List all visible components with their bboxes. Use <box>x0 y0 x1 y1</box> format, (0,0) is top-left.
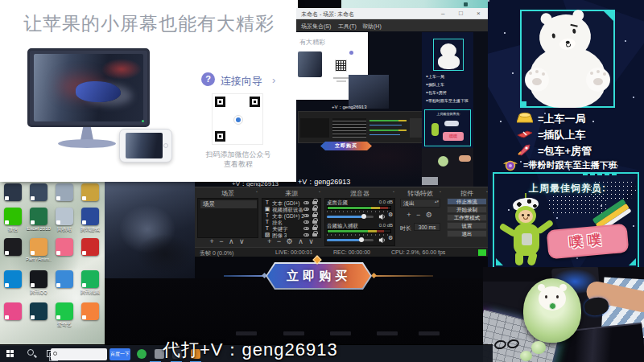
visibility-eye-icon[interactable] <box>303 220 309 224</box>
taskbar-app-icon[interactable] <box>137 349 147 359</box>
stop-streaming-button[interactable]: 停止推流 <box>447 198 487 205</box>
bear-mouth <box>566 43 571 47</box>
desktop-icon-tencent-video[interactable] <box>81 270 99 288</box>
exit-button[interactable]: 退出 <box>447 230 487 237</box>
buy-now-button[interactable]: 立即购买 <box>267 264 370 288</box>
desktop-icon-wechat[interactable] <box>4 208 22 225</box>
lock-icon[interactable] <box>312 233 317 237</box>
source-row[interactable]: T 文本 (GDI+) <box>264 200 319 206</box>
desktop-icon[interactable] <box>81 183 99 201</box>
duration-input[interactable]: 300 ms <box>414 223 440 231</box>
desktop-icon[interactable] <box>4 238 22 256</box>
gear-icon[interactable]: ⚙ <box>388 235 393 241</box>
price-label: =插队上车 <box>538 128 586 142</box>
menu-tools[interactable]: 工具(T) <box>338 23 357 31</box>
desktop-icon[interactable] <box>56 238 73 256</box>
desktop-icon[interactable] <box>56 183 73 201</box>
source-row[interactable]: T 文本 (GDI+) 2 <box>264 212 319 219</box>
start-button[interactable] <box>6 350 14 357</box>
taskbar-search-icon[interactable] <box>27 349 34 356</box>
desktop-icon[interactable] <box>30 302 47 320</box>
desktop-icon-recycle-bin[interactable] <box>56 208 73 225</box>
close-button[interactable]: × <box>477 10 481 17</box>
lock-icon[interactable] <box>312 201 317 204</box>
visibility-eye-icon[interactable] <box>303 227 309 230</box>
desktop-icon[interactable] <box>81 302 99 320</box>
obs-title-bar[interactable]: 未命名 - 场景: 未命名 – □ × <box>296 8 491 19</box>
volume-slider[interactable]: ⚙ <box>325 213 394 220</box>
desktop-icon[interactable] <box>4 183 22 201</box>
mini-bear-frame <box>433 39 464 71</box>
visibility-eye-icon[interactable] <box>303 233 309 237</box>
medal-icon <box>502 159 518 171</box>
scenes-header[interactable]: 场景 <box>196 189 259 198</box>
phone-graphic <box>119 129 172 162</box>
lock-icon[interactable] <box>312 220 317 224</box>
speaker-icon[interactable] <box>378 213 386 220</box>
gear-icon[interactable]: ⚙ <box>388 212 393 218</box>
volume-slider[interactable]: ⚙ <box>325 237 394 244</box>
transition-selected: 淡出 <box>403 200 415 208</box>
contact-text-overlay: 代打+V：geng26913 <box>163 338 338 362</box>
minimize-button[interactable]: – <box>441 10 444 17</box>
mini-keyboard <box>422 177 438 185</box>
speaker-icon[interactable] <box>378 237 386 244</box>
start-recording-button[interactable]: 开始录制 <box>447 206 487 213</box>
desktop-icon-iqiyi[interactable] <box>56 302 73 320</box>
game-menu-item[interactable] <box>236 331 257 335</box>
desktop-icon[interactable] <box>56 270 73 288</box>
desktop-icon-excel[interactable] <box>30 208 47 225</box>
connect-wizard-link[interactable]: ? 连接向导 › <box>201 72 290 87</box>
magnifier-icon <box>53 352 57 356</box>
mini-monitor <box>298 51 322 77</box>
lock-icon[interactable] <box>312 208 317 211</box>
mixer-header[interactable]: 混音器 <box>324 189 396 198</box>
settings-button[interactable]: 设置 <box>447 222 487 229</box>
spinner-icon[interactable]: ▴▾ <box>435 200 439 204</box>
game-menu-item[interactable] <box>419 331 440 335</box>
desktop-icon[interactable] <box>81 208 99 225</box>
lock-icon[interactable] <box>312 214 317 217</box>
desktop-icon[interactable] <box>30 183 47 201</box>
scene-item[interactable]: 场景 <box>200 200 257 208</box>
slider-knob[interactable] <box>359 237 364 242</box>
sources-header[interactable]: 来源 <box>261 189 322 198</box>
slider-knob[interactable] <box>361 214 366 219</box>
bear-ear <box>572 9 584 21</box>
game-menu-item[interactable] <box>330 331 351 335</box>
studio-mode-button[interactable]: 工作室模式 <box>447 214 487 221</box>
scenes-toolbar[interactable]: + − ∧ ∨ <box>196 237 259 245</box>
desktop-icon-qq[interactable] <box>30 270 47 288</box>
baidu-search-button[interactable]: 百度一下 <box>109 348 130 360</box>
taskbar-search-input[interactable] <box>51 348 107 360</box>
price-label: =上车一局 <box>538 112 586 126</box>
mini-price-line: =包车+房管 <box>426 90 471 95</box>
sources-toolbar[interactable]: + − ⚙ ∧ ∨ <box>261 237 322 245</box>
source-row[interactable]: ▣ 视频捕获设备 <box>264 206 319 212</box>
desktop-icon[interactable] <box>81 238 99 256</box>
desktop-icon-party-animals[interactable] <box>30 238 47 256</box>
obs-preview[interactable]: 有大精彩 立即购买 +V：geng26913 =上车一局 =插队上车 <box>296 31 491 187</box>
menu-scene-collection[interactable]: 场景集合(S) <box>301 23 331 31</box>
visibility-eye-icon[interactable] <box>303 201 309 204</box>
obs-dock: 场景 场景 + − ∧ ∨ 来源 T 文本 (GDI+) ▣ 视频捕获设备 <box>195 187 491 256</box>
chevron-right-icon: › <box>272 74 275 86</box>
source-row[interactable]: T 关键字 <box>264 225 319 232</box>
game-menu-item[interactable] <box>377 331 398 335</box>
source-row[interactable]: T 排名 <box>264 219 319 225</box>
transitions-header[interactable]: 转场特效 <box>398 189 443 198</box>
controls-header[interactable]: 控件 <box>444 189 489 198</box>
transition-dropdown[interactable]: 淡出 ▴▾ <box>400 199 440 208</box>
video-source-icon: ▣ <box>264 206 270 212</box>
visibility-eye-icon[interactable] <box>303 214 309 217</box>
desktop-icon[interactable] <box>4 302 22 320</box>
menu-help[interactable]: 帮助(H) <box>362 23 382 31</box>
obs-window-title: 未命名 - 场景: 未命名 <box>301 10 354 19</box>
game-menu-item[interactable] <box>283 331 304 335</box>
transitions-toolbar[interactable]: + − ⚙ <box>398 211 443 219</box>
desktop-icon[interactable] <box>4 270 22 288</box>
maximize-button[interactable]: □ <box>459 10 463 17</box>
bear-brow <box>570 24 577 27</box>
lock-icon[interactable] <box>312 227 317 230</box>
visibility-eye-icon[interactable] <box>303 208 309 211</box>
